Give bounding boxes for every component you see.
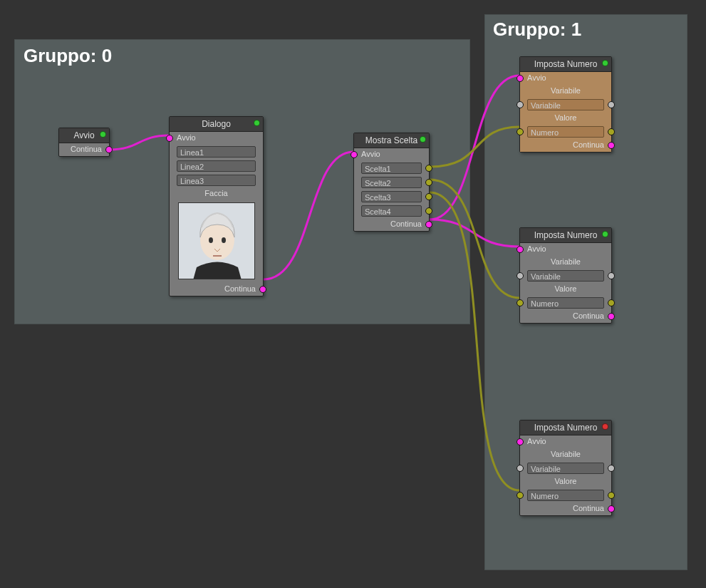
imposta1-continua-label: Continua	[573, 140, 604, 149]
socket-in-icon[interactable]	[516, 465, 524, 472]
imposta3-variabile-input-row: Variabile	[520, 461, 611, 475]
imposta2-numero-input-row: Numero	[520, 296, 611, 310]
face-image[interactable]	[178, 202, 255, 279]
dialogo-linea3-input[interactable]: Linea3	[177, 175, 256, 186]
imposta1-variabile-input[interactable]: Variabile	[527, 99, 604, 110]
socket-out-icon[interactable]	[425, 179, 432, 186]
socket-out-icon[interactable]	[425, 221, 432, 228]
imposta2-numero-input[interactable]: Numero	[527, 297, 604, 309]
imposta3-numero-input[interactable]: Numero	[527, 490, 604, 501]
socket-out-icon[interactable]	[608, 272, 615, 279]
imposta2-variabile-input[interactable]: Variabile	[527, 270, 604, 282]
socket-out-icon[interactable]	[105, 146, 113, 153]
socket-in-icon[interactable]	[516, 272, 524, 279]
node-avvio[interactable]: Avvio Continua	[58, 128, 110, 157]
socket-in-icon[interactable]	[516, 75, 524, 82]
imposta3-variabile-input[interactable]: Variabile	[527, 463, 604, 474]
socket-out-icon[interactable]	[608, 492, 615, 499]
node-imposta-numero-3[interactable]: Imposta Numero Avvio Variabile Variabile…	[519, 420, 612, 516]
socket-in-icon[interactable]	[516, 299, 524, 306]
svg-point-3	[222, 237, 226, 243]
imposta3-numero-input-row: Numero	[520, 488, 611, 502]
mostra-scelta4-input[interactable]: Scelta4	[361, 205, 422, 217]
imposta1-numero-input-row: Numero	[520, 125, 611, 139]
status-dot-icon	[100, 131, 106, 138]
imposta3-avvio-label: Avvio	[527, 437, 546, 445]
imposta1-continua-row: Continua	[520, 139, 611, 152]
avvio-continua-label: Continua	[71, 145, 102, 153]
socket-in-icon[interactable]	[516, 438, 524, 445]
status-dot-icon	[254, 120, 260, 126]
mostra-avvio-row: Avvio	[354, 148, 429, 161]
socket-in-icon[interactable]	[351, 151, 358, 158]
socket-out-icon[interactable]	[608, 142, 615, 149]
dialogo-linea3-row: Linea3	[170, 173, 263, 187]
mostra-continua-row: Continua	[354, 218, 429, 231]
socket-in-icon[interactable]	[166, 135, 173, 142]
socket-out-icon[interactable]	[259, 286, 266, 293]
mostra-scelta2-row: Scelta2	[354, 175, 429, 190]
imposta2-variabile-input-row: Variabile	[520, 269, 611, 283]
dialogo-continua-label: Continua	[224, 284, 256, 293]
socket-in-icon[interactable]	[516, 492, 524, 499]
imposta3-valore-section: Valore	[520, 475, 611, 488]
imposta1-variabile-section: Variabile	[520, 85, 611, 98]
mostra-scelta1-row: Scelta1	[354, 161, 429, 175]
node-mostra-scelta[interactable]: Mostra Scelta Avvio Scelta1 Scelta2 Scel…	[353, 133, 430, 232]
node-dialogo-title: Dialogo	[202, 119, 231, 129]
node-imposta-numero-2[interactable]: Imposta Numero Avvio Variabile Variabile…	[519, 227, 612, 324]
group-1-title: Gruppo: 1	[493, 19, 581, 41]
dialogo-linea1-input[interactable]: Linea1	[177, 146, 256, 158]
mostra-avvio-label: Avvio	[361, 150, 380, 158]
socket-out-icon[interactable]	[608, 128, 615, 135]
imposta3-continua-label: Continua	[573, 504, 604, 512]
socket-in-icon[interactable]	[516, 246, 524, 253]
svg-point-2	[209, 237, 213, 243]
imposta1-avvio-label: Avvio	[527, 73, 546, 82]
imposta1-variabile-input-row: Variabile	[520, 98, 611, 112]
socket-out-icon[interactable]	[608, 313, 615, 320]
socket-out-icon[interactable]	[425, 165, 432, 172]
mostra-scelta3-row: Scelta3	[354, 190, 429, 204]
node-avvio-title: Avvio	[73, 130, 94, 140]
status-dot-icon	[420, 136, 426, 143]
status-dot-icon	[602, 60, 608, 66]
socket-out-icon[interactable]	[425, 207, 432, 215]
node-mostra-title: Mostra Scelta	[365, 135, 417, 145]
dialogo-linea2-input[interactable]: Linea2	[177, 160, 256, 172]
socket-out-icon[interactable]	[608, 505, 615, 512]
node-imposta2-title: Imposta Numero	[534, 230, 598, 240]
node-imposta1-title: Imposta Numero	[534, 59, 598, 69]
socket-in-icon[interactable]	[516, 101, 524, 108]
imposta1-valore-section: Valore	[520, 112, 611, 125]
dialogo-continua-row: Continua	[170, 283, 263, 296]
mostra-continua-label: Continua	[390, 220, 422, 228]
mostra-scelta3-input[interactable]: Scelta3	[361, 191, 422, 202]
status-dot-icon	[602, 231, 608, 237]
node-imposta-numero-1[interactable]: Imposta Numero Avvio Variabile Variabile…	[519, 56, 612, 153]
node-dialogo[interactable]: Dialogo Avvio Linea1 Linea2 Linea3 Facci…	[169, 116, 264, 296]
imposta3-continua-row: Continua	[520, 502, 611, 515]
mostra-scelta1-input[interactable]: Scelta1	[361, 163, 422, 174]
imposta2-continua-row: Continua	[520, 310, 611, 323]
socket-out-icon[interactable]	[608, 299, 615, 306]
socket-out-icon[interactable]	[425, 193, 432, 200]
mostra-scelta2-input[interactable]: Scelta2	[361, 177, 422, 188]
socket-out-icon[interactable]	[608, 101, 615, 108]
imposta2-continua-label: Continua	[573, 311, 604, 320]
node-imposta3-title: Imposta Numero	[534, 423, 598, 433]
dialogo-faccia-label: Faccia	[170, 187, 263, 200]
group-0-title: Gruppo: 0	[24, 45, 112, 67]
status-dot-icon	[602, 423, 608, 430]
imposta1-numero-input[interactable]: Numero	[527, 126, 604, 138]
avvio-continua-row: Continua	[59, 143, 109, 156]
imposta2-variabile-section: Variabile	[520, 256, 611, 269]
imposta2-avvio-label: Avvio	[527, 244, 546, 253]
socket-out-icon[interactable]	[608, 465, 615, 472]
imposta2-avvio-row: Avvio	[520, 243, 611, 256]
imposta3-variabile-section: Variabile	[520, 448, 611, 461]
dialogo-avvio-row: Avvio	[170, 132, 263, 145]
socket-in-icon[interactable]	[516, 128, 524, 135]
dialogo-linea2-row: Linea2	[170, 159, 263, 173]
imposta2-valore-section: Valore	[520, 283, 611, 296]
